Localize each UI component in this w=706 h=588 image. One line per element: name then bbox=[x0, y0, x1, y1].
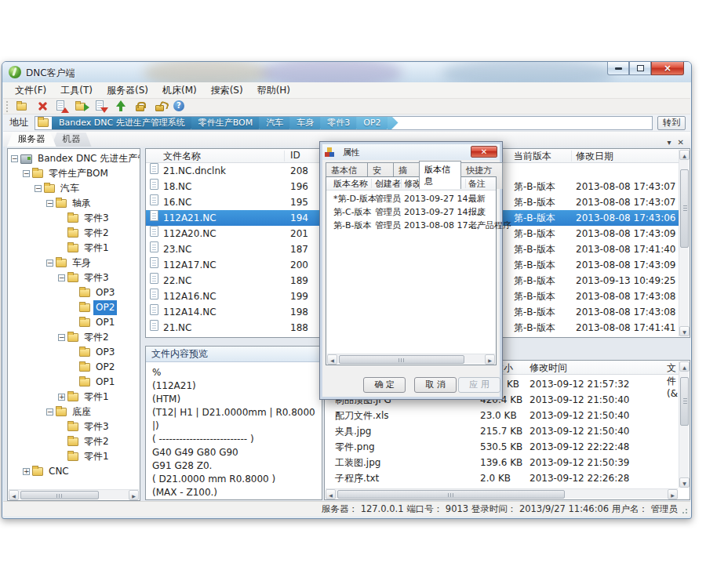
menu-item[interactable]: 文件(F) bbox=[8, 82, 53, 99]
menu-item[interactable]: 服务器(S) bbox=[100, 82, 155, 99]
column-separator[interactable] bbox=[571, 151, 572, 162]
toolbar-grip[interactable] bbox=[6, 101, 9, 112]
attachment-row[interactable]: 工装图.jpg139.6 KB2013-09-12 21:50:39 bbox=[325, 455, 679, 470]
tree-node[interactable]: OP3 bbox=[8, 345, 140, 360]
scroll-right-icon[interactable]: ▶ bbox=[485, 354, 495, 365]
tree-expander-icon[interactable]: − bbox=[46, 200, 53, 207]
breadcrumb-segment[interactable]: 零件生产BOM bbox=[191, 116, 266, 130]
tree-node[interactable]: −汽车 bbox=[8, 181, 140, 196]
tree-node[interactable]: OP3 bbox=[8, 285, 140, 300]
tree-expander-icon[interactable]: − bbox=[23, 170, 30, 177]
column-header[interactable]: 修改时间 bbox=[530, 361, 567, 375]
scrollbar-thumb[interactable] bbox=[680, 169, 689, 248]
column-separator[interactable] bbox=[284, 151, 285, 162]
tree-node[interactable]: OP2 bbox=[8, 300, 140, 315]
dialog-close-button[interactable]: ✕ bbox=[471, 146, 497, 158]
minimize-button[interactable] bbox=[607, 62, 629, 75]
tree-node[interactable]: −零件生产BOM bbox=[8, 166, 140, 181]
tree-node[interactable]: 零件3 bbox=[8, 211, 140, 226]
column-header[interactable]: ID bbox=[290, 150, 300, 161]
tree-expander-icon[interactable]: + bbox=[23, 468, 30, 475]
tree-node[interactable]: OP2 bbox=[8, 360, 140, 375]
breadcrumb-segment[interactable]: 零件3 bbox=[320, 116, 362, 130]
restore-button[interactable] bbox=[629, 62, 651, 75]
attachment-row[interactable]: 夹具.jpg215.7 KB2013-09-12 21:50:40 bbox=[325, 423, 679, 439]
column-separator[interactable] bbox=[401, 179, 402, 188]
tree-expander-icon[interactable]: − bbox=[58, 334, 65, 341]
scroll-left-icon[interactable]: ◀ bbox=[9, 490, 19, 500]
unlock-button[interactable] bbox=[153, 100, 167, 113]
dialog-button-2[interactable]: 应 用 bbox=[458, 377, 500, 393]
tree-horizontal-scrollbar[interactable]: ◀ ▶ bbox=[9, 489, 139, 499]
menu-item[interactable]: 工具(T) bbox=[53, 82, 100, 99]
scroll-left-icon[interactable]: ◀ bbox=[326, 489, 336, 499]
send-folder-button[interactable] bbox=[75, 100, 89, 113]
attachment-row[interactable]: 零件.png530.5 KB2013-09-12 22:22:48 bbox=[325, 439, 679, 455]
tree-node[interactable]: 零件1 bbox=[8, 449, 140, 464]
attachments-horizontal-scrollbar[interactable]: ◀ ▶ bbox=[326, 488, 678, 499]
tree-node[interactable]: OP1 bbox=[8, 375, 140, 390]
tree-node[interactable]: +CNC bbox=[8, 464, 140, 479]
scroll-right-icon[interactable]: ▶ bbox=[129, 490, 139, 500]
checkout-file-button[interactable] bbox=[94, 100, 108, 113]
column-separator[interactable] bbox=[465, 179, 466, 188]
column-header[interactable]: 修改日期 bbox=[576, 150, 613, 163]
view-tab-服务器[interactable]: 服务器 bbox=[7, 132, 56, 147]
tree-node[interactable]: −轴承 bbox=[8, 196, 140, 211]
breadcrumb-segment[interactable]: Bandex DNC 先进生产管理系统 bbox=[52, 116, 198, 130]
file-list-vertical-scrollbar[interactable]: ▲ ▼ bbox=[679, 150, 689, 336]
attachment-row[interactable]: 子程序.txt2.0 KB2013-09-12 22:26:28 bbox=[325, 470, 679, 486]
tree-node[interactable]: +零件1 bbox=[8, 390, 140, 405]
scrollbar-thumb[interactable] bbox=[337, 490, 565, 499]
version-row[interactable]: 第-B-版本管理员2013-08-08 17:...老产品程序 bbox=[326, 219, 496, 232]
tree-node[interactable]: −零件2 bbox=[8, 330, 140, 345]
tree-node[interactable]: −Bandex DNC 先进生产管理系统 bbox=[8, 151, 140, 166]
attachment-row[interactable]: 配刀文件.xls23.0 KB2013-09-12 21:50:40 bbox=[325, 408, 679, 423]
tree-node[interactable]: 零件3 bbox=[8, 419, 140, 434]
column-header[interactable]: 备注 bbox=[468, 178, 486, 190]
delete-button[interactable] bbox=[35, 100, 49, 113]
version-row[interactable]: 第-C-版本管理员2013-09-27 14:...报废 bbox=[326, 205, 496, 219]
close-button[interactable]: × bbox=[651, 62, 684, 75]
scroll-up-icon[interactable]: ▲ bbox=[679, 150, 690, 160]
tree-expander-icon[interactable]: − bbox=[58, 274, 65, 281]
tree-expander-icon[interactable]: − bbox=[46, 408, 53, 416]
tree-expander-icon[interactable]: − bbox=[46, 260, 53, 267]
scrollbar-thumb[interactable] bbox=[680, 377, 689, 426]
view-tab-机器[interactable]: 机器 bbox=[52, 132, 92, 147]
attachments-vertical-scrollbar[interactable]: ▲ ▼ bbox=[679, 361, 689, 488]
scroll-down-icon[interactable]: ▼ bbox=[679, 326, 690, 336]
menu-item[interactable]: 机床(M) bbox=[155, 82, 204, 99]
checkin-file-button[interactable] bbox=[55, 100, 69, 113]
version-row[interactable]: *第-D-版本管理员2013-09-27 14:...最新 bbox=[326, 192, 496, 205]
column-header[interactable]: 版本名称 bbox=[333, 178, 368, 190]
lock-button[interactable] bbox=[133, 100, 147, 113]
scroll-up-icon[interactable]: ▲ bbox=[679, 361, 690, 372]
help-button[interactable]: ? bbox=[173, 100, 187, 113]
menu-item[interactable]: 搜索(S) bbox=[204, 82, 250, 99]
tree-expander-icon[interactable]: − bbox=[11, 155, 18, 162]
dialog-horizontal-scrollbar[interactable]: ◀ ▶ bbox=[327, 354, 495, 364]
tree-expander-icon[interactable]: + bbox=[58, 394, 65, 401]
scroll-left-icon[interactable]: ◀ bbox=[327, 354, 337, 365]
tree-node[interactable]: OP1 bbox=[8, 315, 140, 330]
scroll-right-icon[interactable]: ▶ bbox=[668, 489, 678, 499]
panel-menu-icon[interactable]: ▾ bbox=[668, 138, 671, 147]
scroll-down-icon[interactable]: ▼ bbox=[679, 477, 690, 488]
dialog-button-1[interactable]: 取 消 bbox=[414, 377, 457, 393]
column-header[interactable]: 文件名称 bbox=[163, 150, 201, 163]
scrollbar-thumb[interactable] bbox=[339, 355, 464, 364]
tree-expander-icon[interactable]: − bbox=[35, 185, 42, 192]
menu-item[interactable]: 帮助(H) bbox=[250, 82, 297, 99]
tree-node[interactable]: −车身 bbox=[8, 256, 140, 270]
dialog-title-bar[interactable]: 属性 ✕ bbox=[322, 144, 500, 160]
tree-node[interactable]: −底座 bbox=[8, 405, 140, 419]
tree-node[interactable]: −零件3 bbox=[8, 270, 140, 285]
go-button[interactable]: 转到 bbox=[657, 116, 686, 130]
panel-close-icon[interactable]: ✕ bbox=[678, 138, 684, 147]
tree-node[interactable]: 零件2 bbox=[8, 434, 140, 449]
column-header[interactable]: 当前版本 bbox=[514, 150, 551, 163]
new-folder-button[interactable] bbox=[16, 100, 30, 113]
dialog-tab-版本信息[interactable]: 版本信息 bbox=[419, 161, 461, 189]
title-bar[interactable]: DNC客户端 × bbox=[2, 62, 691, 82]
